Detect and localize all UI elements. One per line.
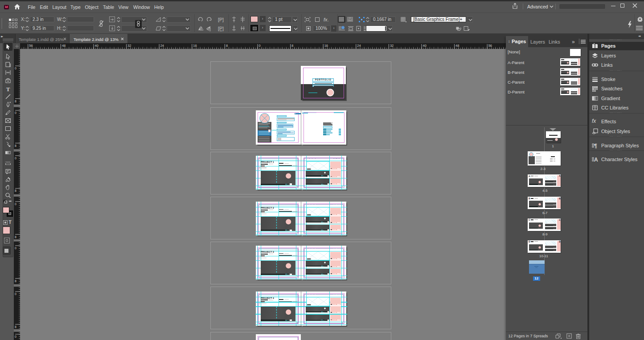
- svg-text:0: 0: [15, 157, 16, 160]
- svg-text:48: 48: [62, 44, 66, 48]
- svg-text:¶: ¶: [594, 143, 597, 149]
- svg-text:0: 0: [15, 292, 16, 295]
- svg-text:40: 40: [423, 44, 427, 48]
- svg-text:0: 0: [15, 202, 16, 206]
- svg-text:0: 0: [15, 335, 16, 338]
- svg-text:24: 24: [357, 44, 361, 48]
- svg-text:8: 8: [15, 279, 16, 283]
- svg-text:A: A: [594, 157, 598, 163]
- svg-text:8: 8: [15, 325, 16, 328]
- svg-text:8: 8: [15, 189, 16, 192]
- svg-text:16: 16: [324, 44, 328, 48]
- svg-text:56: 56: [29, 44, 33, 48]
- svg-text:0: 0: [15, 111, 16, 114]
- svg-text:8: 8: [291, 44, 293, 48]
- svg-text:48: 48: [455, 44, 459, 48]
- svg-text:0: 0: [15, 67, 16, 70]
- svg-text:40: 40: [95, 44, 98, 48]
- svg-text:8: 8: [15, 100, 16, 103]
- svg-text:8: 8: [15, 144, 16, 147]
- svg-text:32: 32: [390, 44, 394, 48]
- svg-text:24: 24: [160, 44, 164, 48]
- svg-text:0: 0: [15, 247, 16, 250]
- svg-text:56: 56: [488, 44, 492, 48]
- svg-text:8: 8: [226, 44, 228, 48]
- svg-text:0: 0: [259, 44, 261, 48]
- svg-text:8: 8: [15, 235, 16, 239]
- svg-text:16: 16: [193, 44, 197, 48]
- svg-text:T: T: [6, 86, 10, 93]
- svg-text:32: 32: [127, 44, 131, 48]
